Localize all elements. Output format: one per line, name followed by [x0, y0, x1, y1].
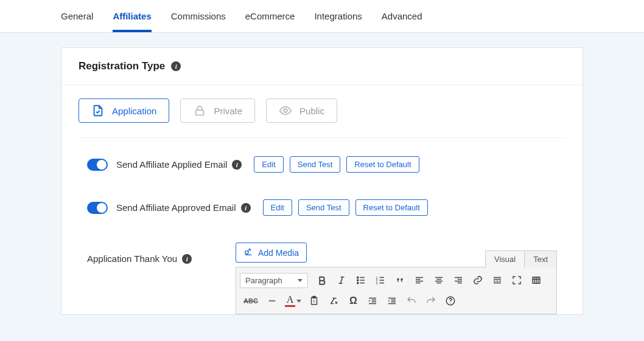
text-color-button[interactable]: A: [282, 295, 304, 307]
reg-type-public[interactable]: Public: [266, 98, 337, 123]
reg-type-label: Application: [112, 106, 156, 116]
tab-affiliates[interactable]: Affiliates: [113, 0, 151, 32]
toolbar-toggle-button[interactable]: [527, 271, 545, 289]
reg-type-private[interactable]: Private: [180, 98, 255, 123]
help-button[interactable]: [441, 292, 460, 310]
edit-approved-email-button[interactable]: Edit: [263, 199, 292, 216]
thank-you-label: Application Thank You: [87, 253, 177, 264]
settings-panel: Registration Type i Application: [61, 47, 583, 315]
editor-mode-tabs: Visual Text: [485, 250, 557, 267]
tab-commissions[interactable]: Commissions: [171, 0, 226, 32]
link-button[interactable]: [469, 271, 487, 289]
add-media-button[interactable]: Add Media: [236, 243, 307, 263]
paste-text-button[interactable]: T: [305, 292, 323, 310]
info-icon[interactable]: i: [182, 254, 192, 264]
reset-approved-button[interactable]: Reset to Default: [355, 199, 428, 216]
svg-text:3: 3: [376, 281, 378, 285]
align-center-button[interactable]: [430, 271, 448, 289]
panel-title: Registration Type: [79, 60, 165, 72]
info-icon[interactable]: i: [232, 160, 242, 170]
reg-type-label: Public: [299, 106, 324, 116]
registration-type-group: Application Private: [79, 98, 565, 138]
undo-button[interactable]: [402, 292, 421, 310]
media-icon: [243, 247, 253, 258]
eye-icon: [279, 104, 292, 117]
svg-point-5: [357, 282, 359, 283]
bulleted-list-button[interactable]: [352, 271, 370, 289]
outdent-button[interactable]: [363, 292, 382, 310]
reset-applied-button[interactable]: Reset to Default: [346, 156, 419, 173]
align-right-button[interactable]: [449, 271, 467, 289]
send-test-approved-button[interactable]: Send Test: [298, 199, 349, 216]
applied-email-label: Send Affiliate Applied Email: [116, 159, 227, 170]
tab-advanced[interactable]: Advanced: [382, 0, 422, 32]
format-select-label: Paragraph: [245, 276, 282, 285]
reg-type-label: Private: [214, 106, 242, 116]
read-more-button[interactable]: [488, 271, 506, 289]
send-test-applied-button[interactable]: Send Test: [290, 156, 341, 173]
fullscreen-button[interactable]: [508, 271, 526, 289]
tab-ecommerce[interactable]: eCommerce: [245, 0, 295, 32]
approved-email-label: Send Affiliate Approved Email: [116, 202, 236, 213]
email-applied-row: Send Affiliate Applied Email i Edit Send…: [79, 138, 565, 181]
blockquote-button[interactable]: [391, 271, 409, 289]
svg-point-2: [245, 251, 248, 254]
info-icon[interactable]: i: [171, 61, 181, 71]
thank-you-editor-row: Application Thank You i: [79, 224, 565, 314]
indent-button[interactable]: [383, 292, 401, 310]
reg-type-application[interactable]: Application: [79, 98, 169, 123]
email-approved-row: Send Affiliate Approved Email i Edit Sen…: [79, 181, 565, 224]
add-media-label: Add Media: [258, 248, 299, 258]
tabs-nav: General Affiliates Commissions eCommerce…: [0, 0, 644, 33]
align-left-button[interactable]: [410, 271, 429, 289]
svg-rect-0: [196, 110, 204, 115]
toggle-applied-email[interactable]: [87, 159, 108, 171]
application-icon: [91, 104, 105, 117]
editor-toolbar: Paragraph 123: [236, 267, 557, 314]
horizontal-rule-button[interactable]: [263, 292, 281, 310]
redo-button[interactable]: [422, 292, 440, 310]
numbered-list-button[interactable]: 123: [371, 271, 390, 289]
format-select[interactable]: Paragraph: [240, 273, 308, 288]
caret-down-icon: [298, 279, 303, 282]
svg-point-4: [357, 280, 359, 281]
strikethrough-button[interactable]: ABC: [240, 292, 262, 310]
caret-down-icon: [296, 300, 301, 303]
toggle-approved-email[interactable]: [87, 202, 108, 214]
italic-button[interactable]: [332, 271, 351, 289]
tab-general[interactable]: General: [61, 0, 93, 32]
tab-integrations[interactable]: Integrations: [314, 0, 362, 32]
svg-rect-11: [313, 297, 316, 298]
edit-applied-email-button[interactable]: Edit: [254, 156, 283, 173]
info-icon[interactable]: i: [241, 203, 251, 213]
svg-point-1: [284, 109, 287, 112]
text-color-icon: A: [285, 295, 296, 307]
panel-header: Registration Type i: [61, 48, 583, 85]
bold-button[interactable]: [313, 271, 331, 289]
clear-formatting-button[interactable]: [324, 292, 343, 310]
svg-point-14: [450, 303, 451, 303]
svg-point-3: [357, 277, 359, 278]
editor-tab-visual[interactable]: Visual: [485, 250, 525, 268]
special-char-button[interactable]: Ω: [344, 292, 362, 310]
lock-icon: [193, 104, 206, 117]
editor-tab-text[interactable]: Text: [525, 250, 557, 267]
svg-text:T: T: [313, 300, 315, 304]
